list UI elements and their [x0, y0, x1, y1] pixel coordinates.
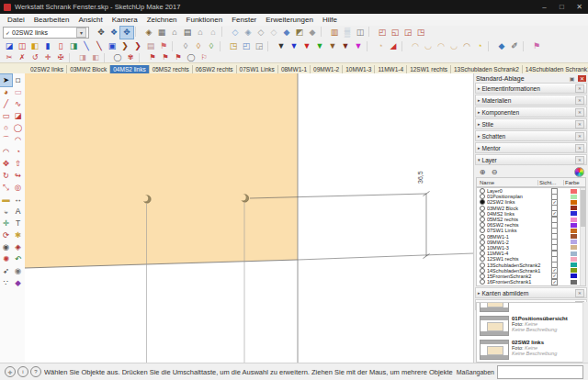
polygon-tool-icon[interactable]: ◯	[12, 122, 24, 134]
scene-tab[interactable]: 08MW1-1	[278, 65, 311, 73]
eraser-icon[interactable]: ▭	[12, 86, 24, 98]
layer-color-wheel-icon[interactable]	[574, 167, 584, 177]
maximize-button[interactable]: □	[553, 0, 571, 14]
shadows-icon[interactable]: ◫	[354, 27, 367, 39]
section-close-icon[interactable]: ✕	[575, 84, 584, 93]
three-point-arc-tool-icon[interactable]: ◠	[0, 146, 12, 158]
layer-color-swatch[interactable]	[571, 189, 577, 194]
fog-icon[interactable]: ▒	[341, 27, 354, 39]
section-close-icon[interactable]: ✕	[575, 96, 584, 105]
layer-color-swatch[interactable]	[571, 200, 577, 205]
hammer-tool-icon[interactable]: ✠	[54, 53, 67, 62]
scene-tab[interactable]: 06SW2 rechts	[193, 65, 237, 73]
move-icon[interactable]: ✥	[95, 27, 107, 39]
text-tool-icon[interactable]: A	[12, 206, 24, 218]
menu-item[interactable]: Datei	[3, 16, 29, 24]
minimize-button[interactable]: –	[536, 0, 553, 14]
section-close-icon[interactable]: ✕	[575, 144, 584, 152]
layer-color-swatch[interactable]	[571, 218, 577, 222]
flag-3-icon[interactable]: ⚑	[172, 53, 185, 62]
layer-color-swatch[interactable]	[571, 206, 577, 210]
active-layer-radio[interactable]	[480, 217, 485, 222]
layer-color-swatch[interactable]	[571, 223, 577, 228]
tray-close-icon[interactable]: ✕	[578, 75, 586, 82]
rectangle-tool-icon[interactable]: ▭	[0, 110, 12, 122]
drawing-canvas[interactable]: 36,5	[25, 73, 474, 363]
edge-tool-2-icon[interactable]: ╲	[93, 40, 106, 52]
section-cut-icon[interactable]: ◲	[401, 27, 414, 39]
wireframe-icon[interactable]: ◇	[254, 27, 267, 39]
arc-edit-1-icon[interactable]: ◠	[409, 40, 422, 52]
active-layer-radio[interactable]	[480, 256, 485, 262]
layer-color-swatch[interactable]	[571, 280, 577, 285]
magnifier-icon[interactable]: ◯	[111, 53, 124, 62]
edge-tool-6-icon[interactable]: ▤	[144, 40, 157, 52]
active-layer-radio[interactable]	[480, 268, 485, 274]
flag-tool-icon[interactable]: ⚑	[157, 40, 170, 52]
tray-section-header[interactable]: ▸ Elementinformationen ✕	[475, 83, 587, 94]
measurements-input[interactable]	[497, 365, 583, 379]
scene-tab[interactable]: 02SW2 links	[28, 65, 67, 73]
shield-1-icon[interactable]: ◊	[179, 40, 192, 52]
selected-face[interactable]	[25, 73, 298, 268]
add-layer-icon[interactable]: ⊕	[478, 167, 487, 176]
active-layer-radio[interactable]	[480, 240, 485, 245]
flag-magnifier-icon[interactable]: ◯	[185, 53, 198, 62]
shield-2-icon[interactable]: ◊	[192, 40, 205, 52]
layer-color-swatch[interactable]	[571, 229, 577, 233]
active-layer-radio[interactable]	[480, 228, 485, 233]
pour-brown-icon[interactable]: ▼	[326, 40, 339, 52]
layer-tool-5-icon[interactable]: ▯	[54, 40, 67, 52]
xray-mode-icon[interactable]: ◇	[229, 27, 242, 39]
layer-color-swatch[interactable]	[571, 195, 577, 199]
scene-tab[interactable]: 10MW1-3	[343, 65, 375, 73]
face-tool-1-icon[interactable]: ◨	[76, 53, 89, 62]
line-tool-icon[interactable]: ╱	[0, 98, 12, 110]
floor-edge[interactable]	[298, 253, 474, 260]
active-layer-radio[interactable]	[480, 251, 485, 256]
scene-tab[interactable]: 11MW1-4	[375, 65, 407, 73]
edge-tool-5-icon[interactable]: ❯	[131, 40, 144, 52]
zoom-window-tool-icon[interactable]: ◈	[12, 241, 24, 253]
weld-tool-icon[interactable]: ✗	[16, 53, 28, 62]
cross-tool-icon[interactable]: ✛	[41, 53, 54, 62]
close-button[interactable]: ✕	[571, 0, 588, 14]
pour-blue-icon[interactable]: ▼	[288, 40, 300, 52]
layer-color-swatch[interactable]	[571, 234, 577, 239]
rotate-cw-icon[interactable]: ↺	[28, 53, 41, 62]
flag-2-icon[interactable]: ⚑	[159, 53, 172, 62]
arc-edit-4-icon[interactable]: ◡	[447, 40, 460, 52]
section-close-icon[interactable]: ✕	[575, 108, 584, 117]
rotate-icon[interactable]: ❖	[107, 27, 120, 39]
pour-red-icon[interactable]: ▼	[300, 40, 313, 52]
hidden-line-icon[interactable]: ◇	[267, 27, 280, 39]
menu-item[interactable]: Fenster	[227, 16, 261, 24]
arc-edit-2-icon[interactable]: ◡	[422, 40, 435, 52]
model-info-icon[interactable]: ▥	[328, 27, 341, 39]
arc-edit-5-icon[interactable]: ◠	[460, 40, 473, 52]
visibility-checkbox[interactable]	[551, 279, 558, 285]
credit-icon[interactable]: i	[17, 366, 28, 377]
scene-tab[interactable]: 05MS2 rechts	[150, 65, 193, 73]
menu-item[interactable]: Funktionen	[182, 16, 228, 24]
section-display-icon[interactable]: ◱	[389, 27, 401, 39]
scene-thumbnail[interactable]	[480, 316, 509, 336]
layer-color-swatch[interactable]	[571, 257, 577, 262]
active-layer-radio[interactable]	[480, 199, 485, 205]
layer-color-swatch[interactable]	[571, 240, 577, 244]
freehand-tool-icon[interactable]: ∿	[12, 98, 24, 110]
scene-entry[interactable]: Keine Beschreibung	[477, 302, 585, 314]
section-close-icon[interactable]: ✕	[575, 289, 584, 297]
active-layer-radio[interactable]	[480, 222, 485, 228]
scene-tab[interactable]: 14Schubladen Schrank1	[523, 65, 588, 73]
scene-tab[interactable]: 09MW1-2	[311, 65, 343, 73]
select-tool-icon[interactable]: ➤	[0, 74, 12, 86]
section-plane-tool-icon[interactable]: ◆	[12, 277, 24, 289]
section-plane-icon[interactable]: ◰	[376, 27, 389, 39]
face-tool-2-icon[interactable]: ◧	[89, 53, 102, 62]
delete-layer-icon[interactable]: ⊖	[490, 167, 499, 176]
edit-curve-icon[interactable]: ✐	[508, 40, 521, 52]
pan-tool-icon[interactable]: ✱	[12, 229, 24, 241]
section-fill-icon[interactable]: ◳	[414, 27, 427, 39]
layer-color-swatch[interactable]	[571, 274, 577, 278]
